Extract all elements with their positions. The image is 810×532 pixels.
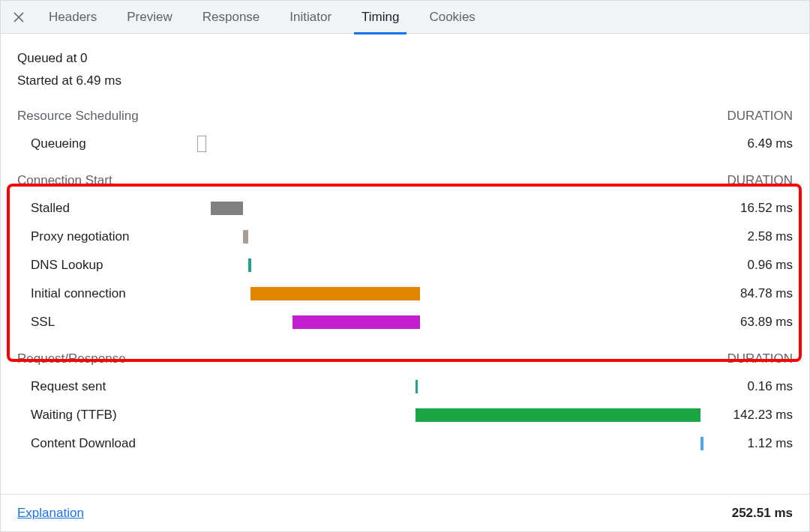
tab-headers[interactable]: Headers (34, 1, 112, 34)
duration-proxy: 2.58 ms (703, 229, 793, 244)
section-title-connection: Connection Start (17, 173, 112, 188)
row-proxy: Proxy negotiation 2.58 ms (17, 223, 793, 251)
label-ssl: SSL (17, 315, 197, 330)
section-title-scheduling: Resource Scheduling (17, 109, 139, 124)
duration-header-2: DURATION (727, 173, 793, 188)
bar-reqsent (197, 380, 703, 393)
tab-response[interactable]: Response (188, 1, 275, 34)
label-initconn: Initial connection (17, 286, 197, 301)
row-ssl: SSL 63.89 ms (17, 308, 793, 336)
duration-reqsent: 0.16 ms (703, 379, 793, 394)
row-queueing: Queueing 6.49 ms (17, 130, 793, 158)
label-queueing: Queueing (17, 136, 197, 151)
section-header-connection: Connection Start DURATION (17, 173, 793, 188)
tab-initiator[interactable]: Initiator (274, 1, 346, 34)
label-reqsent: Request sent (17, 379, 197, 394)
bar-initconn (197, 287, 703, 300)
tab-preview[interactable]: Preview (112, 1, 187, 34)
label-dns: DNS Lookup (17, 258, 197, 273)
queued-at-text: Queued at 0 (17, 47, 793, 70)
duration-initconn: 84.78 ms (703, 286, 793, 301)
duration-waiting: 142.23 ms (703, 408, 793, 423)
total-time: 252.51 ms (732, 506, 793, 521)
row-waiting: Waiting (TTFB) 142.23 ms (17, 401, 793, 429)
duration-ssl: 63.89 ms (703, 315, 793, 330)
bar-proxy (197, 230, 703, 244)
section-header-scheduling: Resource Scheduling DURATION (17, 109, 793, 124)
section-title-reqres: Request/Response (17, 351, 126, 366)
bar-download (197, 437, 703, 450)
bar-stalled (197, 202, 703, 215)
started-at-text: Started at 6.49 ms (17, 70, 793, 92)
bar-waiting (197, 408, 703, 422)
bar-ssl (197, 315, 703, 329)
label-waiting: Waiting (TTFB) (17, 408, 197, 423)
duration-download: 1.12 ms (703, 436, 793, 451)
duration-dns: 0.96 ms (703, 258, 793, 273)
timing-panel: Headers Preview Response Initiator Timin… (0, 0, 810, 532)
tab-timing[interactable]: Timing (346, 1, 414, 34)
label-download: Content Download (17, 436, 197, 451)
close-icon[interactable] (8, 7, 29, 28)
timing-status: Queued at 0 Started at 6.49 ms (17, 47, 793, 92)
duration-header-3: DURATION (727, 351, 793, 366)
bar-queueing (197, 137, 703, 151)
tab-bar: Headers Preview Response Initiator Timin… (1, 1, 809, 34)
label-proxy: Proxy negotiation (17, 229, 197, 244)
duration-stalled: 16.52 ms (703, 201, 793, 216)
row-reqsent: Request sent 0.16 ms (17, 372, 793, 401)
row-download: Content Download 1.12 ms (17, 429, 793, 458)
row-dns: DNS Lookup 0.96 ms (17, 251, 793, 279)
row-initconn: Initial connection 84.78 ms (17, 279, 793, 308)
tab-cookies[interactable]: Cookies (414, 1, 490, 34)
bar-dns (197, 259, 703, 272)
label-stalled: Stalled (17, 201, 197, 216)
section-header-reqres: Request/Response DURATION (17, 351, 793, 366)
explanation-link[interactable]: Explanation (17, 506, 84, 521)
footer: Explanation 252.51 ms (1, 494, 809, 531)
duration-queueing: 6.49 ms (703, 136, 793, 151)
timing-content: Queued at 0 Started at 6.49 ms Resource … (1, 34, 809, 458)
row-stalled: Stalled 16.52 ms (17, 194, 793, 223)
duration-header: DURATION (727, 109, 793, 124)
